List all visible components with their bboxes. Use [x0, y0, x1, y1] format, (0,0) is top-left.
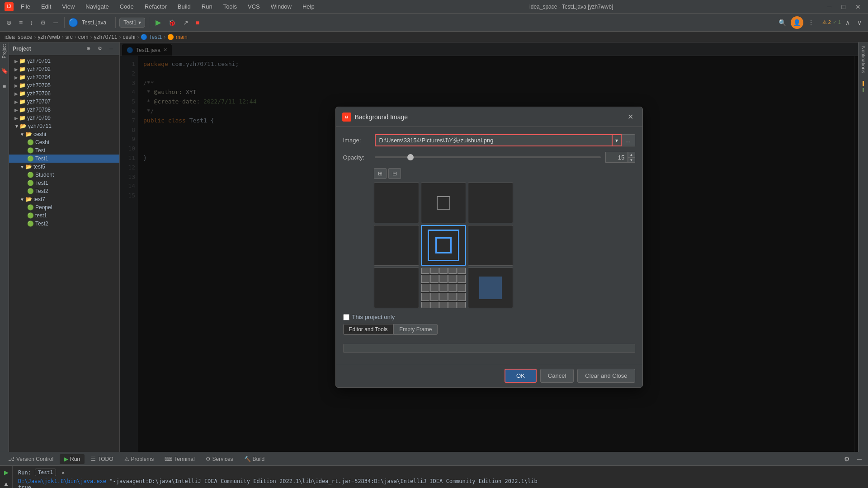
tree-item-yzh70709[interactable]: ▶ 📁 yzh70709 [9, 114, 119, 122]
menu-view[interactable]: View [58, 2, 78, 11]
structure-icon[interactable]: ≡ [3, 83, 6, 90]
placement-cell-tc[interactable] [421, 183, 466, 223]
toolbar-settings-btn[interactable]: ⚙ [38, 17, 49, 28]
run-config-selector[interactable]: Test1 ▾ [119, 18, 145, 28]
menu-run[interactable]: Run [198, 2, 216, 11]
toolbar-minus-btn[interactable]: ─ [51, 17, 61, 28]
opacity-down-btn[interactable]: ▼ [628, 157, 635, 163]
notifications-label[interactable]: Notifications [860, 42, 867, 77]
project-settings-btn[interactable]: ⚙ [95, 44, 105, 53]
tree-item-test1[interactable]: 🟢 test1 [9, 211, 119, 220]
bottom-tab-run[interactable]: ▶ Run [60, 454, 85, 464]
opacity-slider[interactable] [375, 156, 601, 158]
bottom-tab-services[interactable]: ⚙ Services [201, 454, 238, 464]
tree-item-ceshi[interactable]: ▼ 📂 ceshi [9, 130, 119, 138]
this-project-checkbox[interactable] [343, 314, 349, 320]
tree-item-Test2-2[interactable]: 🟢 Test2 [9, 220, 119, 228]
placement-cell-br[interactable] [468, 267, 513, 308]
toolbar-nav-btn[interactable]: ≡ [16, 17, 25, 28]
close-button[interactable]: ✕ [853, 2, 863, 11]
tree-item-Peopel[interactable]: 🟢 Peopel [9, 203, 119, 211]
tree-item-yzh70702[interactable]: ▶ 📁 yzh70702 [9, 65, 119, 73]
bottom-tab-terminal[interactable]: ⌨ Terminal [160, 454, 199, 464]
project-collapse-btn[interactable]: ⊕ [84, 44, 93, 53]
placement-cell-mc[interactable] [421, 225, 466, 266]
menu-edit[interactable]: Edit [38, 2, 55, 11]
ok-button[interactable]: OK [505, 369, 537, 383]
tree-item-Test1[interactable]: 🟢 Test1 [9, 155, 119, 163]
menu-refactor[interactable]: Refactor [141, 2, 170, 11]
opacity-value-input[interactable] [605, 152, 628, 163]
editor-tools-tab[interactable]: Editor and Tools [343, 324, 394, 335]
bc-main[interactable]: 🟠 main [167, 34, 187, 40]
nav-down-btn[interactable]: ∨ [854, 17, 864, 28]
user-profile-btn[interactable]: 👤 [791, 16, 803, 29]
bottom-content[interactable]: Run: Test1 ✕ D:\Java\jdk1.8\bin\java.exe… [13, 466, 868, 488]
placement-cell-tr[interactable] [468, 183, 513, 223]
bottom-tab-vc[interactable]: ⎇ Version Control [4, 454, 58, 464]
tree-item-test7[interactable]: ▼ 📂 test7 [9, 195, 119, 203]
bc-src[interactable]: src [66, 34, 73, 40]
placement-cell-bl[interactable] [374, 267, 419, 308]
tree-item-yzh70705[interactable]: ▶ 📁 yzh70705 [9, 81, 119, 89]
split-h-btn[interactable]: ⊟ [388, 168, 401, 179]
placement-cell-ml[interactable] [374, 225, 419, 266]
run-again-btn[interactable]: ▶ [2, 468, 10, 477]
bottom-tab-build[interactable]: 🔨 Build [240, 454, 269, 464]
modal-close-btn[interactable]: ✕ [625, 112, 636, 122]
menu-build[interactable]: Build [174, 2, 194, 11]
split-v-btn[interactable]: ⊞ [374, 168, 387, 179]
menu-vcs[interactable]: VCS [244, 2, 264, 11]
image-browse-btn[interactable]: … [622, 134, 635, 146]
bc-idea-space[interactable]: idea_space [5, 34, 32, 40]
tree-item-yzh70711[interactable]: ▼ 📂 yzh70711 [9, 122, 119, 130]
bottom-tab-problems[interactable]: ⚠ Problems [120, 454, 159, 464]
search-everywhere-btn[interactable]: 🔍 [776, 17, 789, 28]
project-hide-btn[interactable]: ─ [107, 44, 116, 53]
placement-cell-tl[interactable] [374, 183, 419, 223]
placement-cell-mr[interactable] [468, 225, 513, 266]
opacity-up-btn[interactable]: ▲ [628, 152, 635, 157]
menu-file[interactable]: File [17, 2, 34, 11]
stop-button[interactable]: ■ [193, 17, 202, 28]
bc-ceshi[interactable]: ceshi [123, 34, 135, 40]
maximize-button[interactable]: □ [839, 2, 848, 11]
minimize-button[interactable]: ─ [825, 2, 835, 11]
clear-and-close-button[interactable]: Clear and Close [577, 369, 635, 383]
nav-up-btn[interactable]: ∧ [843, 17, 853, 28]
cancel-button[interactable]: Cancel [540, 369, 574, 383]
bottom-tab-todo[interactable]: ☰ TODO [86, 454, 118, 464]
coverage-button[interactable]: ↗ [180, 17, 191, 28]
bc-yzh7wwb[interactable]: yzh7wwb [38, 34, 60, 40]
tree-item-Ceshi[interactable]: 🟢 Ceshi [9, 138, 119, 146]
tree-item-yzh70707[interactable]: ▶ 📁 yzh70707 [9, 98, 119, 106]
toolbar-add-btn[interactable]: ⊕ [4, 17, 14, 28]
menu-code[interactable]: Code [116, 2, 137, 11]
tree-item-Test[interactable]: 🟢 Test [9, 146, 119, 155]
image-dropdown-btn[interactable]: ▾ [613, 134, 622, 146]
tree-item-Test2[interactable]: 🟢 Test2 [9, 187, 119, 195]
tree-item-yzh70706[interactable]: ▶ 📁 yzh70706 [9, 89, 119, 98]
menu-tools[interactable]: Tools [220, 2, 241, 11]
tree-item-yzh70701[interactable]: ▶ 📁 yzh70701 [9, 57, 119, 65]
tree-item-test5[interactable]: ▼ 📂 test5 [9, 163, 119, 171]
empty-frame-tab[interactable]: Empty Frame [393, 324, 438, 335]
menu-window[interactable]: Window [267, 2, 295, 11]
menu-help[interactable]: Help [299, 2, 318, 11]
bookmark-icon[interactable]: 🔖 [1, 67, 8, 74]
java-exe-link[interactable]: D:\Java\jdk1.8\bin\java.exe [18, 478, 106, 484]
project-tab-label[interactable]: Project [2, 44, 7, 58]
tree-item-Student[interactable]: 🟢 Student [9, 171, 119, 179]
tree-item-yzh70708[interactable]: ▶ 📁 yzh70708 [9, 106, 119, 114]
debug-button[interactable]: 🐞 [165, 17, 179, 28]
scroll-up-btn[interactable]: ▲ [2, 479, 10, 488]
bc-yzh70711[interactable]: yzh70711 [94, 34, 117, 40]
toolbar-more-btn[interactable]: ⋮ [805, 17, 817, 28]
bc-com[interactable]: com [78, 34, 89, 40]
bottom-settings-btn[interactable]: ⚙ [841, 454, 853, 465]
image-path-input[interactable] [375, 134, 613, 146]
close-run-icon[interactable]: ✕ [61, 469, 65, 476]
menu-navigate[interactable]: Navigate [82, 2, 112, 11]
placement-cell-tile[interactable] [421, 267, 466, 308]
bc-test1[interactable]: 🔵 Test1 [141, 34, 162, 40]
